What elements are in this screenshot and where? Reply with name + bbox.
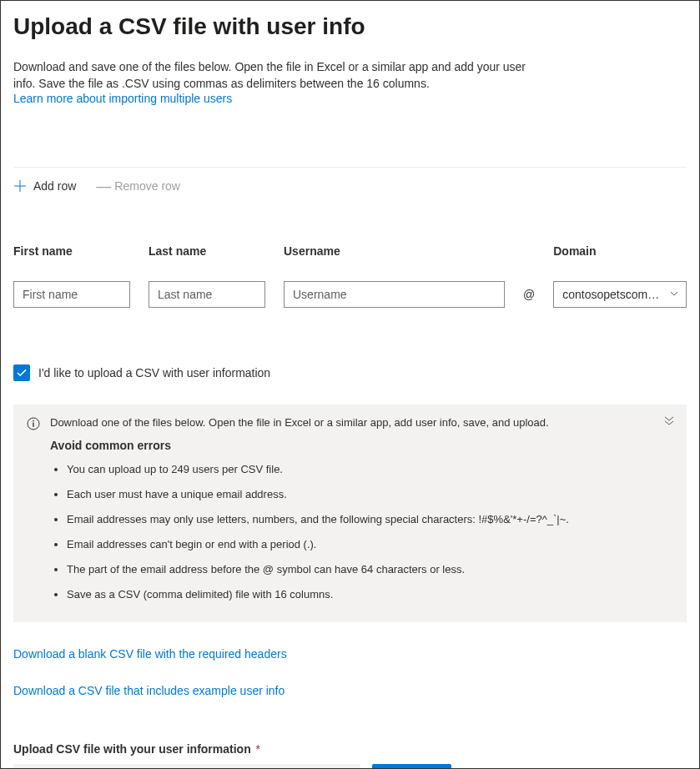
remove-row-button: — Remove row	[96, 179, 180, 193]
info-list-item: Each user must have a unique email addre…	[67, 482, 673, 507]
page-title: Upload a CSV file with user info	[13, 13, 687, 40]
info-list-item: Email addresses may only use letters, nu…	[67, 507, 673, 532]
plus-icon	[13, 179, 27, 193]
user-form-row: First name Last name Username @ Domain c…	[13, 244, 687, 308]
username-label: Username	[284, 244, 505, 258]
download-links: Download a blank CSV file with the requi…	[13, 647, 687, 697]
chevron-down-icon	[669, 288, 679, 301]
first-name-input[interactable]	[13, 281, 130, 308]
info-list-item: Save as a CSV (comma delimited) file wit…	[67, 582, 673, 607]
info-lead-text: Download one of the files below. Open th…	[50, 416, 673, 429]
download-blank-csv-link[interactable]: Download a blank CSV file with the requi…	[13, 647, 687, 661]
username-input[interactable]	[284, 281, 505, 308]
upload-section: Upload CSV file with your user informati…	[13, 742, 687, 769]
add-row-button[interactable]: Add row	[13, 179, 76, 193]
collapse-panel-button[interactable]	[663, 415, 675, 429]
svg-point-1	[33, 420, 34, 422]
required-indicator: *	[256, 742, 260, 756]
intro-text: Download and save one of the files below…	[13, 58, 531, 92]
minus-icon: —	[96, 180, 108, 192]
first-name-group: First name	[13, 244, 130, 308]
browse-button[interactable]: Browse	[372, 764, 451, 769]
remove-row-label: Remove row	[114, 179, 180, 193]
svg-rect-2	[33, 423, 33, 427]
last-name-label: Last name	[149, 244, 265, 258]
at-symbol: @	[523, 281, 535, 308]
upload-file-label: Upload CSV file with your user informati…	[13, 742, 251, 756]
info-list: You can upload up to 249 users per CSV f…	[50, 457, 673, 607]
info-list-item: You can upload up to 249 users per CSV f…	[67, 457, 673, 482]
info-subtitle: Avoid common errors	[50, 439, 673, 452]
info-icon	[27, 417, 40, 433]
download-example-csv-link[interactable]: Download a CSV file that includes exampl…	[13, 684, 687, 697]
username-group: Username	[284, 244, 505, 308]
info-list-item: The part of the email address before the…	[67, 557, 673, 582]
csv-upload-checkbox[interactable]	[13, 364, 30, 381]
domain-label: Domain	[553, 244, 687, 258]
domain-group: Domain contosopetscom.onmic...	[553, 244, 687, 308]
domain-select-value: contosopetscom.onmic...	[562, 288, 662, 301]
info-panel: Download one of the files below. Open th…	[13, 405, 687, 622]
row-toolbar: Add row — Remove row	[13, 167, 687, 193]
info-list-item: Email addresses can't begin or end with …	[67, 532, 673, 557]
add-row-label: Add row	[33, 179, 76, 193]
last-name-group: Last name	[149, 244, 265, 308]
first-name-label: First name	[13, 244, 130, 258]
csv-upload-checkbox-row: I'd like to upload a CSV with user infor…	[13, 364, 687, 381]
learn-more-link[interactable]: Learn more about importing multiple user…	[13, 92, 232, 105]
csv-upload-checkbox-label: I'd like to upload a CSV with user infor…	[38, 366, 270, 379]
upload-file-path-display	[13, 764, 360, 769]
domain-select[interactable]: contosopetscom.onmic...	[553, 281, 687, 308]
last-name-input[interactable]	[149, 281, 265, 308]
